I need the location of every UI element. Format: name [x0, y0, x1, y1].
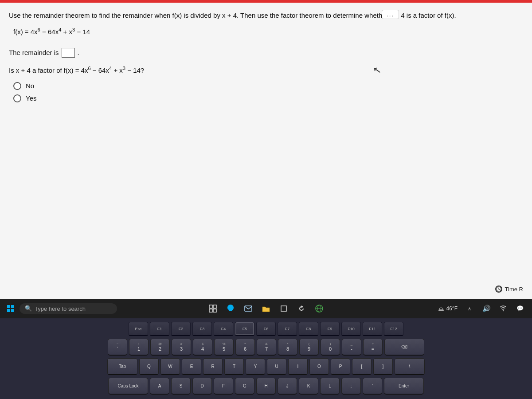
- key-capslock[interactable]: Caps Lock: [108, 378, 148, 395]
- key-f7[interactable]: F7: [278, 322, 297, 336]
- key-2[interactable]: @2: [150, 339, 170, 356]
- svg-rect-8: [213, 305, 216, 308]
- network-icon[interactable]: [496, 301, 511, 316]
- key-5[interactable]: %5: [214, 339, 234, 356]
- key-p[interactable]: P: [331, 358, 350, 375]
- key-semicolon[interactable]: ;: [341, 378, 361, 395]
- key-backspace[interactable]: ⌫: [384, 339, 424, 356]
- browser-button[interactable]: [312, 301, 327, 316]
- key-9[interactable]: (9: [299, 339, 319, 356]
- key-6[interactable]: ^6: [235, 339, 255, 356]
- key-0[interactable]: )0: [321, 339, 340, 356]
- start-button[interactable]: [4, 301, 18, 316]
- key-k[interactable]: K: [299, 378, 318, 395]
- key-1[interactable]: !1: [129, 339, 149, 356]
- key-lbracket[interactable]: [: [352, 358, 372, 375]
- svg-rect-12: [281, 306, 286, 311]
- key-equals[interactable]: +=: [363, 339, 383, 356]
- svg-rect-6: [11, 309, 14, 312]
- search-placeholder: Type here to search: [35, 305, 86, 312]
- option-yes[interactable]: Yes: [13, 94, 519, 102]
- edge-browser-button[interactable]: [223, 301, 238, 316]
- remainder-answer-input[interactable]: [62, 48, 75, 58]
- weather-temp: 46°F: [446, 305, 458, 312]
- key-a[interactable]: A: [150, 378, 169, 395]
- key-7[interactable]: &7: [257, 339, 276, 356]
- keyboard-fn-row: Esc F1 F2 F3 F4 F5 F6 F7 F8 F9 F10 F11 F…: [4, 322, 528, 336]
- taskbar-center-icons: [205, 301, 327, 316]
- radio-yes-circle[interactable]: [13, 94, 21, 102]
- time-remaining-label: Time R: [505, 286, 523, 293]
- key-j[interactable]: J: [278, 378, 297, 395]
- key-f9[interactable]: F9: [320, 322, 340, 336]
- time-icon: [495, 286, 502, 293]
- key-i[interactable]: I: [288, 358, 308, 375]
- time-remaining: Time R: [495, 286, 523, 293]
- action-center-icon[interactable]: 💬: [512, 301, 528, 316]
- key-esc[interactable]: Esc: [129, 322, 148, 336]
- key-q[interactable]: Q: [139, 358, 159, 375]
- remainder-label: The remainder is .: [9, 48, 79, 58]
- taskbar: 🔍 Type here to search: [0, 299, 532, 318]
- more-options-button[interactable]: ...: [382, 10, 399, 19]
- svg-rect-11: [245, 306, 252, 311]
- key-f[interactable]: F: [214, 378, 233, 395]
- system-tray-expand[interactable]: ∧: [462, 301, 477, 316]
- svg-rect-10: [213, 309, 216, 312]
- taskbar-search[interactable]: 🔍 Type here to search: [20, 303, 117, 314]
- svg-rect-3: [7, 305, 10, 308]
- remainder-section: The remainder is .: [9, 48, 519, 58]
- factor-question: Is x + 4 a factor of f(x) = 4x6 − 64x4 +…: [9, 66, 519, 74]
- option-no[interactable]: No: [13, 82, 519, 90]
- key-d[interactable]: D: [192, 378, 212, 395]
- question-instruction: Use the remainder theorem to find the re…: [9, 11, 519, 21]
- key-r[interactable]: R: [203, 358, 223, 375]
- content-area: ... Use the remainder theorem to find th…: [0, 3, 532, 299]
- weather-info[interactable]: 46°F: [438, 305, 458, 312]
- key-f2[interactable]: F2: [171, 322, 191, 336]
- key-4[interactable]: $4: [193, 339, 212, 356]
- file-manager-button[interactable]: [258, 301, 274, 316]
- volume-icon[interactable]: 🔊: [479, 301, 494, 316]
- stop-button[interactable]: [276, 301, 291, 316]
- key-8[interactable]: *8: [278, 339, 297, 356]
- key-w[interactable]: W: [160, 358, 180, 375]
- search-icon: 🔍: [25, 305, 32, 312]
- svg-rect-7: [209, 305, 212, 308]
- key-u[interactable]: U: [267, 358, 286, 375]
- key-s[interactable]: S: [171, 378, 191, 395]
- key-quote[interactable]: ': [363, 378, 382, 395]
- key-f6[interactable]: F6: [256, 322, 276, 336]
- key-f12[interactable]: F12: [384, 322, 403, 336]
- radio-no-circle[interactable]: [13, 82, 21, 90]
- key-tab[interactable]: Tab: [107, 358, 137, 375]
- key-backslash[interactable]: \: [395, 358, 425, 375]
- key-rbracket[interactable]: ]: [373, 358, 393, 375]
- key-t[interactable]: T: [224, 358, 244, 375]
- key-enter[interactable]: Enter: [384, 378, 424, 395]
- key-f4[interactable]: F4: [214, 322, 233, 336]
- taskbar-right: 46°F ∧ 🔊 💬: [438, 301, 528, 316]
- svg-rect-9: [209, 309, 212, 312]
- key-minus[interactable]: _-: [342, 339, 361, 356]
- key-f8[interactable]: F8: [299, 322, 318, 336]
- svg-point-15: [503, 310, 504, 311]
- mail-button[interactable]: [241, 301, 256, 316]
- key-e[interactable]: E: [182, 358, 201, 375]
- key-f5[interactable]: F5: [235, 322, 254, 336]
- key-l[interactable]: L: [320, 378, 340, 395]
- keyboard-area: Esc F1 F2 F3 F4 F5 F6 F7 F8 F9 F10 F11 F…: [0, 318, 532, 399]
- key-o[interactable]: O: [309, 358, 329, 375]
- key-3[interactable]: #3: [172, 339, 191, 356]
- refresh-button[interactable]: [294, 301, 309, 316]
- keyboard-number-row: ~` !1 @2 #3 $4 %5 ^6 &7 *8 (9 )0 _- += ⌫: [4, 339, 528, 356]
- key-f3[interactable]: F3: [192, 322, 212, 336]
- key-y[interactable]: Y: [246, 358, 265, 375]
- key-f11[interactable]: F11: [363, 322, 382, 336]
- key-f1[interactable]: F1: [150, 322, 169, 336]
- key-backtick[interactable]: ~`: [108, 339, 127, 356]
- task-view-button[interactable]: [205, 301, 220, 316]
- key-h[interactable]: H: [256, 378, 276, 395]
- key-f10[interactable]: F10: [341, 322, 361, 336]
- key-g[interactable]: G: [235, 378, 254, 395]
